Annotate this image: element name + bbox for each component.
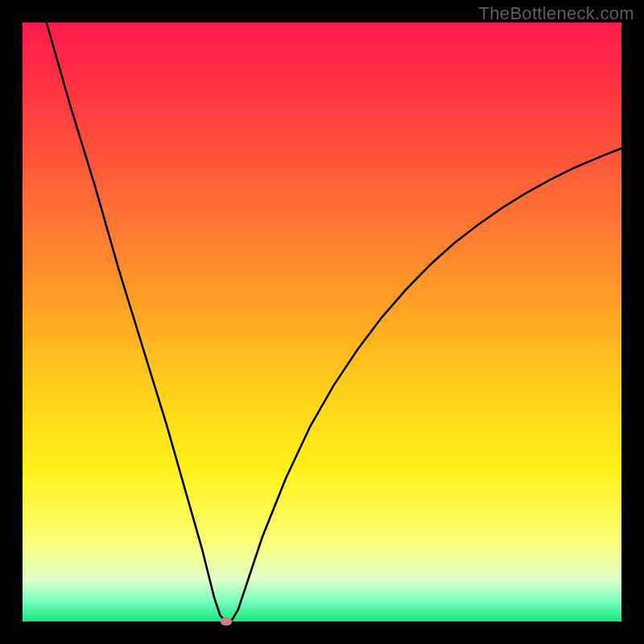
minimum-marker xyxy=(221,617,232,625)
chart-frame: TheBottleneck.com xyxy=(0,0,644,644)
watermark-text: TheBottleneck.com xyxy=(479,3,634,24)
gradient-background xyxy=(23,23,621,621)
plot-area xyxy=(23,23,621,621)
chart-svg xyxy=(23,23,621,621)
